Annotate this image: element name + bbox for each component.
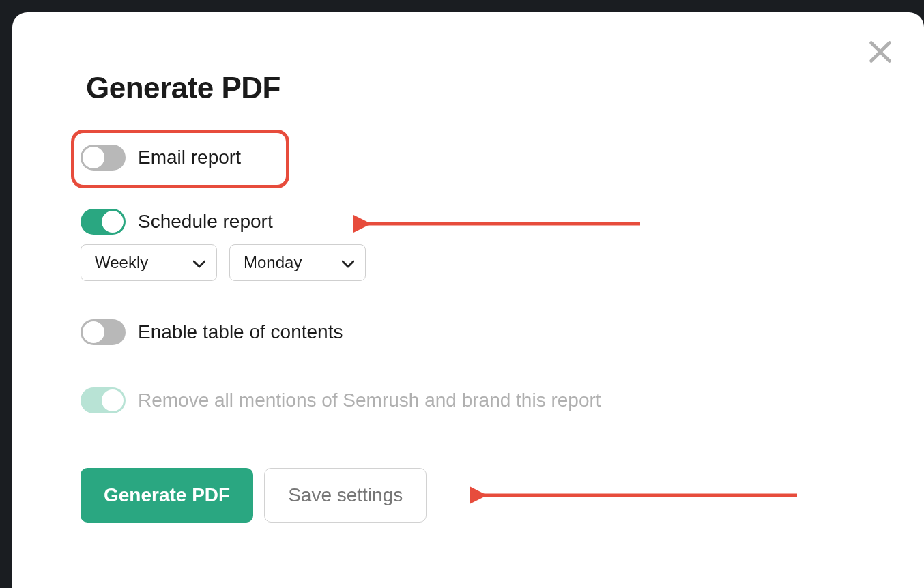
schedule-report-row: Schedule report bbox=[81, 209, 856, 235]
close-icon bbox=[867, 38, 894, 65]
remove-branding-label: Remove all mentions of Semrush and brand… bbox=[138, 389, 601, 411]
chevron-down-icon bbox=[342, 253, 354, 272]
annotation-arrow-save bbox=[470, 486, 797, 505]
modal-title: Generate PDF bbox=[86, 71, 856, 105]
day-select[interactable]: Monday bbox=[229, 244, 366, 281]
remove-branding-toggle bbox=[81, 387, 126, 413]
schedule-selects: Weekly Monday bbox=[81, 244, 856, 281]
frequency-select-value: Weekly bbox=[95, 253, 148, 272]
save-settings-button[interactable]: Save settings bbox=[264, 468, 427, 523]
email-report-toggle[interactable] bbox=[81, 145, 126, 171]
chevron-down-icon bbox=[193, 253, 205, 272]
toc-label: Enable table of contents bbox=[138, 321, 343, 343]
day-select-value: Monday bbox=[244, 253, 302, 272]
modal-buttons: Generate PDF Save settings bbox=[81, 468, 856, 523]
schedule-report-toggle[interactable] bbox=[81, 209, 126, 235]
close-button[interactable] bbox=[867, 38, 894, 65]
toc-row: Enable table of contents bbox=[81, 319, 856, 345]
annotation-arrow-schedule bbox=[353, 214, 640, 233]
schedule-report-label: Schedule report bbox=[138, 211, 273, 233]
toc-toggle[interactable] bbox=[81, 319, 126, 345]
frequency-select[interactable]: Weekly bbox=[81, 244, 217, 281]
remove-branding-row: Remove all mentions of Semrush and brand… bbox=[81, 387, 856, 413]
email-report-row: Email report bbox=[81, 145, 856, 171]
email-report-label: Email report bbox=[138, 147, 241, 168]
generate-pdf-button[interactable]: Generate PDF bbox=[81, 468, 253, 523]
generate-pdf-modal: Generate PDF Email report Schedule repor… bbox=[12, 12, 924, 588]
